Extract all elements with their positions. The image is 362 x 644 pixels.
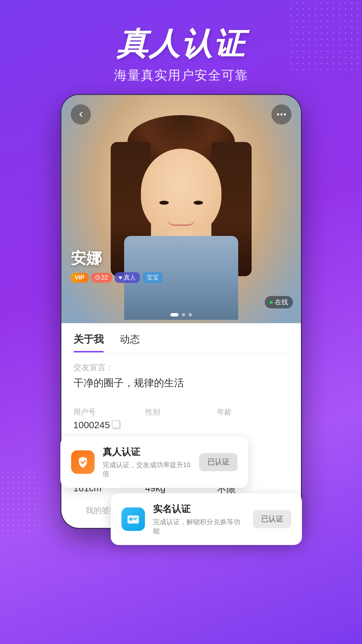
declaration-label: 交友宣言：: [73, 362, 289, 373]
tab-moments[interactable]: 动态: [120, 333, 140, 352]
user-name: 安娜: [71, 248, 163, 269]
label-age: 年龄: [217, 407, 289, 417]
info-age: 年龄: [217, 407, 289, 431]
dot-1: [170, 313, 178, 316]
phone-mockup: 在线 安娜 VIP 22 ♥ 真人 宝宝 关于我: [60, 94, 302, 529]
online-indicator: [269, 301, 273, 304]
copy-icon[interactable]: [113, 421, 121, 429]
real-name-cert-button[interactable]: 已认证: [253, 510, 291, 528]
real-person-cert-button[interactable]: 已认证: [199, 453, 238, 471]
dot-2: [182, 313, 185, 316]
dot-3: [189, 313, 192, 316]
user-tags-row: VIP 22 ♥ 真人 宝宝: [71, 272, 163, 283]
dot-pattern-bl: [0, 469, 40, 537]
tab-about[interactable]: 关于我: [73, 333, 104, 352]
tag-real-person: ♥ 真人: [115, 272, 140, 283]
svg-point-0: [277, 113, 279, 115]
user-info-overlay: 安娜 VIP 22 ♥ 真人 宝宝: [71, 248, 163, 283]
profile-tabs: 关于我 动态: [73, 323, 289, 353]
tag-age: 22: [91, 273, 112, 283]
page-subtitle: 海量真实用户安全可靠: [0, 67, 362, 84]
svg-point-5: [129, 517, 133, 521]
smile: [168, 219, 195, 226]
real-person-cert-desc: 完成认证，交友成功率提升10倍: [103, 460, 191, 479]
tag-vip: VIP: [71, 273, 89, 283]
profile-photo: 在线 安娜 VIP 22 ♥ 真人 宝宝: [61, 95, 301, 323]
label-user-id: 用户号: [73, 407, 145, 417]
real-name-cert-title: 实名认证: [153, 503, 245, 515]
real-name-cert-desc: 完成认证，解锁积分兑换等功能: [153, 517, 245, 536]
more-button[interactable]: [271, 104, 292, 125]
info-gender: 性别: [145, 407, 217, 431]
label-gender: 性别: [145, 407, 217, 417]
eye-left: [159, 201, 169, 205]
page-title: 真人认证: [0, 27, 362, 61]
online-badge: 在线: [265, 296, 293, 308]
svg-point-1: [280, 113, 282, 115]
real-person-cert-card[interactable]: 真人认证 完成认证，交友成功率提升10倍 已认证: [60, 436, 248, 488]
svg-point-2: [284, 113, 286, 115]
photo-dots-indicator: [170, 313, 192, 316]
real-name-cert-content: 实名认证 完成认证，解锁积分兑换等功能: [153, 503, 245, 536]
back-button[interactable]: [71, 104, 91, 125]
online-status-text: 在线: [275, 298, 288, 307]
real-name-cert-card[interactable]: 实名认证 完成认证，解锁积分兑换等功能 已认证: [111, 493, 302, 545]
face: [141, 149, 221, 236]
real-person-cert-icon: [71, 450, 95, 474]
value-user-id: 1000245: [73, 420, 145, 431]
eye-right: [194, 201, 203, 205]
declaration-text: 干净的圈子，规律的生活: [73, 376, 289, 390]
tag-baby: 宝宝: [143, 272, 163, 283]
page-header: 真人认证 海量真实用户安全可靠: [0, 0, 362, 84]
real-name-cert-icon: [121, 507, 145, 531]
info-user-id: 用户号 1000245: [73, 407, 145, 431]
real-person-cert-content: 真人认证 完成认证，交友成功率提升10倍: [103, 446, 191, 479]
real-person-cert-title: 真人认证: [103, 446, 191, 458]
